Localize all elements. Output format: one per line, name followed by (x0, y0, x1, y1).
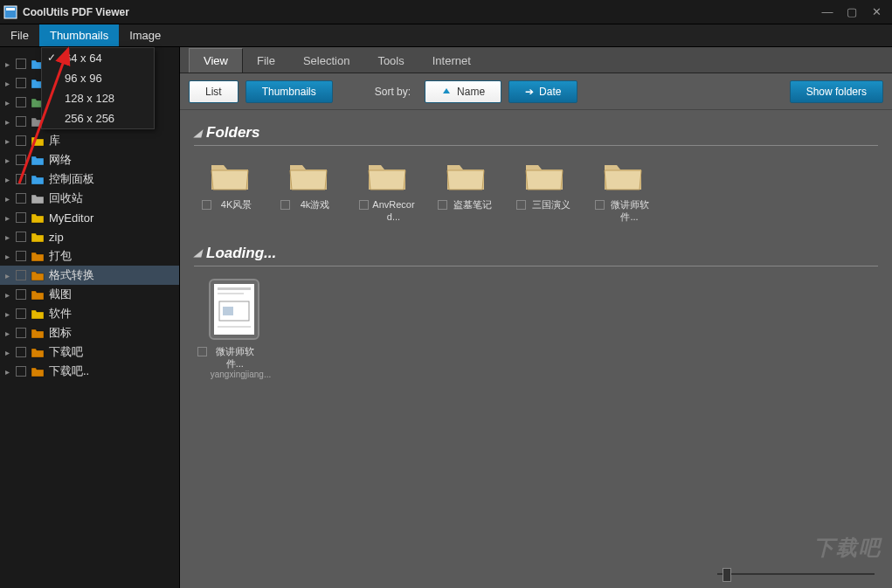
tab-tools[interactable]: Tools (363, 49, 418, 73)
zoom-thumb[interactable] (723, 568, 731, 582)
folder-checkbox[interactable] (280, 200, 290, 210)
tab-view[interactable]: View (189, 48, 243, 73)
menu-file[interactable]: File (0, 24, 39, 46)
menu-thumbnails[interactable]: Thumbnails (39, 24, 119, 46)
thumbnails-button[interactable]: Thumbnails (245, 80, 333, 103)
expander-icon: ▸ (5, 79, 16, 88)
folder-checkbox[interactable] (202, 200, 211, 210)
expander-icon: ▸ (5, 194, 16, 204)
folder-item[interactable]: 微讲师软件... (596, 158, 650, 224)
tab-selection[interactable]: Selection (289, 49, 363, 73)
dropdown-256[interactable]: 256 x 256 (42, 108, 154, 128)
app-icon (3, 5, 17, 19)
tree-checkbox[interactable] (16, 308, 26, 319)
folder-label: 微讲师软件... (608, 198, 652, 224)
tree-checkbox[interactable] (16, 174, 26, 184)
folders-section-header[interactable]: ◢ Folders (194, 124, 878, 142)
folder-checkbox[interactable] (595, 200, 605, 210)
tree-item-label: zip (49, 231, 64, 244)
tree-item[interactable]: ▸下载吧 (0, 342, 179, 362)
minimize-button[interactable]: — (815, 3, 840, 21)
tree-checkbox[interactable] (16, 251, 26, 261)
arrow-right-icon: ➔ (525, 86, 534, 98)
tree-checkbox[interactable] (16, 270, 26, 280)
tree-item-label: 打包 (49, 248, 72, 264)
tree-checkbox[interactable] (16, 193, 26, 204)
maximize-button[interactable]: ▢ (840, 3, 864, 21)
disclosure-icon: ◢ (194, 128, 201, 139)
loading-section-header[interactable]: ◢ Loading... (194, 245, 878, 262)
tree-checkbox[interactable] (16, 97, 26, 107)
tree-item[interactable]: ▸zip (0, 227, 179, 246)
list-button[interactable]: List (189, 80, 239, 103)
file-item[interactable]: 微讲师软件...yangxingjiang... (203, 279, 266, 380)
folder-grid: 4K风景4k游戏AnvRecord...盗墓笔记三国演义微讲师软件... (194, 158, 878, 224)
folder-item[interactable]: 三国演义 (517, 158, 571, 224)
folder-item[interactable]: 4K风景 (203, 158, 257, 224)
tree-item[interactable]: ▸回收站 (0, 189, 179, 208)
expander-icon: ▸ (5, 98, 16, 107)
tree-item-icon (30, 307, 45, 321)
dropdown-96[interactable]: 96 x 96 (42, 68, 154, 88)
tree-item[interactable]: ▸MyEditor (0, 208, 179, 227)
content-panel: View File Selection Tools Internet List … (179, 47, 892, 588)
tree-checkbox[interactable] (16, 347, 26, 357)
tree-item-label: 截图 (49, 287, 72, 302)
tree-checkbox[interactable] (16, 366, 26, 377)
tree-item-icon (30, 249, 45, 263)
sortby-label: Sort by: (375, 86, 411, 98)
dropdown-128[interactable]: 128 x 128 (42, 88, 154, 108)
folder-item[interactable]: 盗墓笔记 (439, 158, 493, 224)
folder-item[interactable]: AnvRecord... (360, 158, 414, 224)
tree-item[interactable]: ▸控制面板 (0, 169, 179, 189)
file-label: 微讲师软件... (211, 345, 259, 370)
folder-label: 三国演义 (529, 198, 573, 211)
tree-checkbox[interactable] (16, 232, 26, 242)
expander-icon: ▸ (5, 117, 16, 127)
tree-item[interactable]: ▸图标 (0, 323, 179, 342)
tree-item-label: 回收站 (49, 190, 83, 206)
zoom-slider[interactable] (717, 571, 875, 578)
tree-item[interactable]: ▸打包 (0, 246, 179, 266)
folder-checkbox[interactable] (516, 200, 526, 210)
menu-image[interactable]: Image (119, 24, 171, 46)
dropdown-64[interactable]: ✓64 x 64 (42, 48, 154, 68)
file-checkbox[interactable] (197, 347, 207, 356)
thumbnails-dropdown: ✓64 x 64 96 x 96 128 x 128 256 x 256 (41, 47, 155, 129)
tree-item-label: 软件 (49, 306, 72, 322)
tree-checkbox[interactable] (16, 59, 26, 69)
expander-icon: ▸ (5, 271, 16, 280)
tree-checkbox[interactable] (16, 328, 26, 338)
expander-icon: ▸ (5, 59, 16, 69)
tree-checkbox[interactable] (16, 155, 26, 165)
tab-file[interactable]: File (243, 49, 289, 73)
tree-item[interactable]: ▸库 (0, 131, 179, 150)
folder-checkbox[interactable] (438, 200, 447, 210)
tree-item[interactable]: ▸格式转换 (0, 266, 179, 285)
tree-item-icon (30, 134, 45, 148)
sort-name-icon (441, 86, 452, 97)
tab-internet[interactable]: Internet (418, 49, 485, 73)
tree-checkbox[interactable] (16, 116, 26, 127)
tree-item[interactable]: ▸网络 (0, 150, 179, 169)
file-grid: 微讲师软件...yangxingjiang... (194, 279, 878, 380)
tree-item-icon (30, 230, 45, 244)
sort-date-button[interactable]: ➔ Date (508, 80, 577, 103)
divider (194, 266, 878, 266)
folder-label: 4k游戏 (294, 198, 337, 211)
tree-checkbox[interactable] (16, 289, 26, 300)
tree-item[interactable]: ▸下载吧.. (0, 362, 179, 381)
sort-name-button[interactable]: Name (425, 80, 501, 103)
close-button[interactable]: ✕ (864, 3, 889, 21)
tree-checkbox[interactable] (16, 212, 26, 223)
tree-checkbox[interactable] (16, 135, 26, 146)
tree-item[interactable]: ▸软件 (0, 304, 179, 323)
expander-icon: ▸ (5, 175, 16, 184)
folder-checkbox[interactable] (359, 200, 369, 210)
tree-item[interactable]: ▸截图 (0, 285, 179, 304)
show-folders-button[interactable]: Show folders (790, 80, 883, 103)
folder-item[interactable]: 4k游戏 (281, 158, 335, 224)
tree-item-icon (30, 364, 45, 378)
tree-checkbox[interactable] (16, 78, 26, 88)
file-sublabel: yangxingjiang... (211, 370, 272, 379)
